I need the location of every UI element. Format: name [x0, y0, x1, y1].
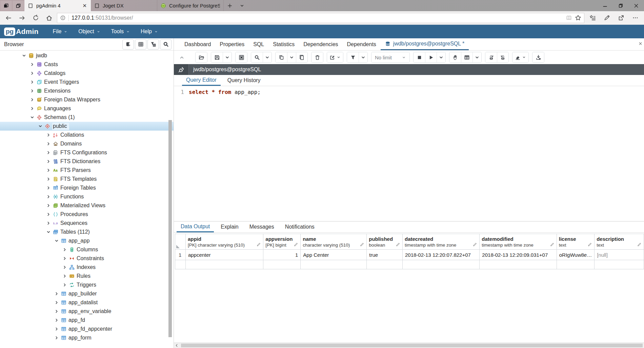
tab-query-history[interactable]: Query History [223, 75, 265, 86]
tree-item-triggers[interactable]: Triggers [0, 281, 174, 289]
expand-toggle[interactable] [46, 159, 51, 163]
forward-button[interactable] [16, 13, 28, 23]
tree-item-extensions[interactable]: Extensions [0, 86, 174, 95]
row-limit-button[interactable]: No limit [371, 52, 409, 62]
more-options-button[interactable] [629, 13, 641, 23]
tab-properties[interactable]: Properties [215, 38, 249, 50]
cell-published[interactable]: true [367, 250, 403, 260]
find-options-button[interactable] [263, 52, 271, 62]
edit-grid-button[interactable] [236, 52, 247, 62]
expand-toggle[interactable] [54, 318, 59, 322]
tab-query-editor[interactable]: Query Editor [182, 75, 221, 86]
filter-button[interactable] [347, 52, 359, 62]
empty-cell[interactable] [557, 260, 594, 269]
cell-appid[interactable]: appcenter [185, 250, 263, 260]
url-text[interactable]: 127.0.0.1:50131/browser/ [72, 15, 563, 21]
tab-notifications[interactable]: Notifications [281, 221, 319, 232]
column-header-license[interactable]: licensetext [557, 234, 594, 250]
expand-toggle[interactable] [46, 177, 51, 181]
copy-button[interactable] [276, 52, 287, 62]
expand-toggle[interactable] [30, 80, 35, 84]
find-button[interactable] [251, 52, 263, 62]
grid-button[interactable] [135, 39, 146, 50]
panel-close-button[interactable] [638, 41, 643, 46]
tree-item-foreign-tables[interactable]: Foreign Tables [0, 183, 174, 192]
expand-toggle[interactable] [46, 204, 51, 208]
close-button[interactable] [628, 0, 644, 11]
menu-tools[interactable]: Tools [106, 26, 135, 37]
tab-dependencies[interactable]: Dependencies [299, 38, 342, 50]
edit-column-icon[interactable] [550, 242, 555, 247]
tree-item-public[interactable]: public [0, 122, 174, 131]
tab-dependents[interactable]: Dependents [343, 38, 381, 50]
tree-item-app-datalist[interactable]: app_datalist [0, 298, 174, 307]
back-button[interactable] [3, 13, 14, 23]
column-header-datemodified[interactable]: datemodifiedtimestamp with time zone [480, 234, 557, 250]
scroll-left-arrow[interactable] [174, 343, 180, 348]
empty-cell[interactable] [301, 260, 367, 269]
expand-toggle[interactable] [46, 195, 51, 199]
browser-tab-2[interactable]: Joget DX [91, 0, 157, 11]
execute-options-button[interactable] [437, 52, 445, 62]
empty-cell[interactable] [367, 260, 403, 269]
column-header-published[interactable]: publishedboolean [367, 234, 403, 250]
expand-toggle[interactable] [46, 151, 51, 155]
tab-explain[interactable]: Explain [217, 221, 242, 232]
expand-toggle[interactable] [54, 327, 59, 331]
expand-toggle[interactable] [62, 248, 67, 252]
url-field[interactable]: 127.0.0.1:50131/browser/ [57, 13, 584, 23]
tree-item-fts-templates[interactable]: FTS Templates [0, 175, 174, 183]
expand-toggle[interactable] [46, 221, 51, 225]
expand-toggle[interactable] [46, 212, 51, 216]
menu-file[interactable]: File [48, 26, 73, 37]
scroll-thumb[interactable] [181, 344, 643, 347]
expand-toggle[interactable] [30, 62, 35, 66]
expand-toggle[interactable] [62, 274, 67, 278]
search-bold-button[interactable] [160, 39, 172, 50]
tree-item-rules[interactable]: Rules [0, 272, 174, 281]
empty-cell[interactable] [402, 260, 479, 269]
tree-item-indexes[interactable]: Indexes [0, 263, 174, 272]
tab-messages[interactable]: Messages [245, 221, 278, 232]
tab-query-tool-active[interactable]: jwdb/postgres@postgreSQL * [381, 38, 469, 50]
expand-toggle[interactable] [54, 336, 59, 340]
db-tree-button[interactable] [122, 39, 134, 50]
panel-collapse-button[interactable] [179, 55, 184, 60]
cell-datemodified[interactable]: 2018-02-13 12:20:09.031+07 [480, 250, 557, 260]
tree-item-collations[interactable]: ABCollations [0, 131, 174, 139]
empty-cell[interactable] [595, 260, 644, 269]
tree-item-tables-112[interactable]: Tables (112) [0, 228, 174, 236]
reading-view-icon[interactable] [566, 15, 572, 21]
tree-item-catalogs[interactable]: Catalogs [0, 69, 174, 78]
edit-column-icon[interactable] [294, 242, 298, 247]
expand-toggle[interactable] [54, 309, 59, 313]
maximize-button[interactable] [613, 0, 628, 11]
expand-toggle[interactable] [30, 107, 35, 111]
browser-tab-3[interactable]: Configure for PostgreSQL - [157, 0, 224, 11]
tree-item-fts-configurations[interactable]: FTS Configurations [0, 148, 174, 157]
rollback-button[interactable] [497, 52, 508, 62]
edit-column-icon[interactable] [396, 242, 400, 247]
edit-column-icon[interactable] [637, 242, 642, 247]
refresh-button[interactable] [30, 13, 41, 23]
copy-options-button[interactable] [287, 52, 296, 62]
tree-item-schemas-1[interactable]: Schemas (1) [0, 113, 174, 122]
expand-toggle[interactable] [46, 230, 51, 234]
expand-toggle[interactable] [46, 133, 51, 137]
grid-horizontal-scrollbar[interactable] [174, 343, 644, 348]
row-number[interactable]: 1 [175, 250, 186, 260]
info-icon[interactable] [60, 15, 66, 21]
edit-column-icon[interactable] [360, 242, 364, 247]
save-options-button[interactable] [223, 52, 232, 62]
favorite-star-icon[interactable] [575, 15, 581, 21]
expand-toggle[interactable] [54, 239, 59, 243]
sql-editor[interactable]: 1 select * from app_app; [174, 86, 644, 221]
tab-close-icon[interactable]: ✕ [82, 3, 87, 9]
edit-column-icon[interactable] [257, 242, 261, 247]
tree-item-app-fd-appcenter[interactable]: app_fd_appcenter [0, 325, 174, 333]
expand-toggle[interactable] [22, 54, 26, 58]
hand-pointer-button[interactable] [449, 52, 461, 62]
column-header-appversion[interactable]: appversion[PK] bigint [263, 234, 301, 250]
execute-button[interactable] [425, 52, 437, 62]
row-number[interactable] [175, 260, 186, 269]
